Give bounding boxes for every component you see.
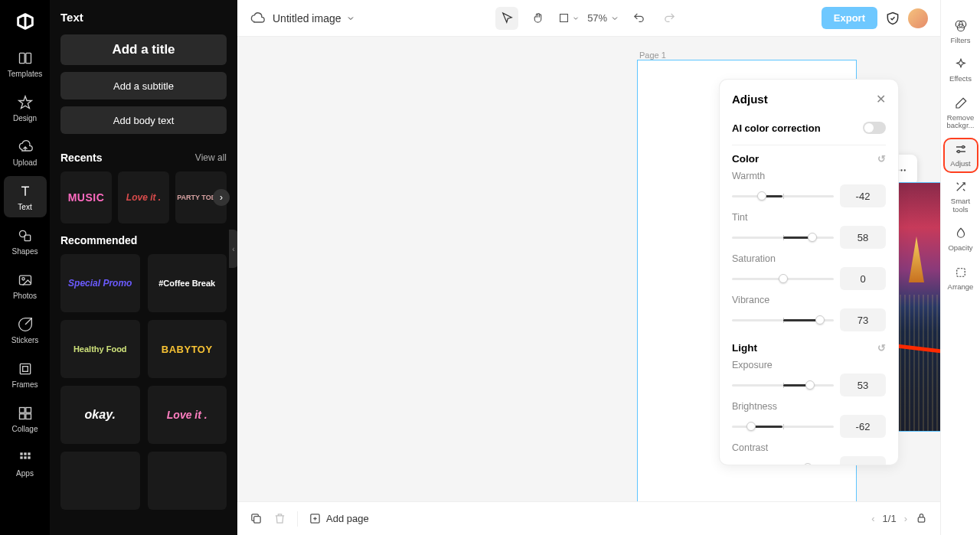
project-name[interactable]: Untitled image bbox=[273, 12, 355, 24]
nav-apps[interactable]: Apps bbox=[4, 442, 47, 484]
color-slider-value[interactable]: 58 bbox=[840, 226, 886, 249]
nav-stickers[interactable]: Stickers bbox=[4, 309, 47, 351]
add-page-button[interactable]: Add page bbox=[309, 512, 369, 525]
select-tool[interactable] bbox=[495, 7, 518, 30]
shield-icon[interactable] bbox=[885, 11, 900, 26]
color-slider-slider[interactable] bbox=[732, 195, 834, 197]
left-panel: Text Add a title Add a subtitle Add body… bbox=[50, 0, 237, 535]
recommended-item[interactable]: #Coffee Break bbox=[148, 254, 227, 312]
add-body-button[interactable]: Add body text bbox=[60, 106, 227, 134]
nav-label: Templates bbox=[8, 70, 43, 78]
eraser-icon bbox=[953, 96, 969, 111]
nav-collage[interactable]: Collage bbox=[4, 398, 47, 439]
resize-tool[interactable] bbox=[557, 7, 580, 30]
canvas-area: Page 1 ↻ bbox=[237, 37, 940, 501]
delete-page-button[interactable] bbox=[273, 512, 286, 525]
light-group-title: Light bbox=[732, 342, 757, 354]
nav-label: Collage bbox=[12, 425, 38, 433]
light-slider-value[interactable]: 53 bbox=[840, 374, 886, 396]
svg-rect-17 bbox=[28, 456, 30, 458]
prev-page-button[interactable]: ‹ bbox=[871, 513, 874, 524]
recommended-item[interactable]: Special Promo bbox=[60, 254, 140, 312]
recents-next-button[interactable]: › bbox=[213, 189, 230, 206]
add-subtitle-button[interactable]: Add a subtitle bbox=[60, 72, 227, 99]
rail-filters[interactable]: Filters bbox=[944, 14, 978, 51]
rail-effects[interactable]: Effects bbox=[944, 52, 978, 89]
light-slider-slider[interactable] bbox=[732, 426, 834, 428]
recent-item[interactable]: MUSIC bbox=[60, 171, 112, 223]
recommended-item[interactable]: Love it . bbox=[148, 386, 227, 444]
duplicate-page-button[interactable] bbox=[250, 512, 263, 525]
rail-arrange[interactable]: Arrange bbox=[944, 260, 978, 297]
reset-color-button[interactable]: ↺ bbox=[877, 153, 886, 165]
far-left-nav: Templates Design Upload Text Shapes Phot… bbox=[0, 0, 50, 535]
svg-rect-11 bbox=[25, 413, 31, 419]
nav-label: Shapes bbox=[12, 247, 38, 256]
color-slider-value[interactable]: -42 bbox=[840, 184, 886, 207]
nav-text[interactable]: Text bbox=[4, 176, 47, 217]
color-slider-value[interactable]: 0 bbox=[840, 267, 886, 290]
panel-title: Text bbox=[60, 11, 227, 24]
redo-button[interactable] bbox=[658, 7, 681, 30]
color-slider-value[interactable]: 73 bbox=[840, 308, 886, 331]
text-icon bbox=[17, 183, 34, 200]
zoom-dropdown[interactable]: 57% bbox=[587, 12, 619, 24]
recommended-item[interactable] bbox=[60, 452, 140, 510]
svg-rect-7 bbox=[22, 366, 28, 371]
rail-adjust[interactable]: Adjust bbox=[943, 138, 978, 173]
hand-tool[interactable] bbox=[526, 7, 549, 30]
apps-icon bbox=[17, 449, 34, 466]
svg-rect-28 bbox=[918, 517, 925, 521]
recommended-item[interactable]: Healthy Food bbox=[60, 320, 140, 378]
stickers-icon bbox=[17, 316, 34, 333]
app-logo[interactable] bbox=[13, 9, 38, 34]
recent-item[interactable]: Love it . bbox=[118, 171, 169, 223]
color-slider-label: Vibrance bbox=[732, 295, 886, 305]
lock-button[interactable] bbox=[915, 511, 928, 527]
avatar[interactable] bbox=[908, 8, 928, 28]
panel-collapse-button[interactable]: ‹ bbox=[229, 230, 237, 268]
shapes-icon bbox=[17, 227, 34, 244]
magic-icon bbox=[953, 179, 969, 194]
light-slider-slider[interactable] bbox=[732, 384, 834, 387]
nav-design[interactable]: Design bbox=[4, 87, 47, 129]
recommended-item[interactable]: okay. bbox=[60, 386, 140, 444]
svg-rect-13 bbox=[24, 452, 26, 455]
light-slider-label: Brightness bbox=[732, 401, 886, 412]
svg-point-5 bbox=[21, 277, 24, 279]
recommended-item[interactable]: BABYTOY bbox=[148, 320, 227, 378]
ai-color-toggle[interactable] bbox=[863, 122, 886, 134]
nav-shapes[interactable]: Shapes bbox=[4, 220, 47, 262]
color-slider-slider[interactable] bbox=[732, 237, 834, 239]
light-slider-value[interactable]: 49 bbox=[840, 456, 886, 465]
recommended-item[interactable] bbox=[148, 452, 227, 510]
svg-rect-15 bbox=[20, 456, 22, 458]
rail-opacity[interactable]: Opacity bbox=[944, 221, 978, 258]
add-title-button[interactable]: Add a title bbox=[60, 34, 227, 65]
svg-rect-12 bbox=[20, 452, 22, 455]
recommended-title: Recommended bbox=[60, 234, 137, 246]
undo-button[interactable] bbox=[627, 7, 650, 30]
reset-light-button[interactable]: ↺ bbox=[877, 342, 886, 354]
nav-label: Text bbox=[18, 203, 31, 211]
nav-templates[interactable]: Templates bbox=[4, 43, 47, 84]
cloud-icon[interactable] bbox=[250, 11, 265, 26]
color-slider-slider[interactable] bbox=[732, 319, 834, 321]
ai-color-label: AI color correction bbox=[732, 122, 821, 134]
close-button[interactable]: ✕ bbox=[876, 92, 886, 106]
topbar: Untitled image 57% Export bbox=[237, 0, 940, 37]
rail-remove-bg[interactable]: Remove backgr... bbox=[944, 91, 978, 136]
view-all-link[interactable]: View all bbox=[195, 152, 227, 163]
rail-smart-tools[interactable]: Smart tools bbox=[944, 175, 978, 220]
next-page-button[interactable]: › bbox=[904, 513, 907, 524]
nav-upload[interactable]: Upload bbox=[4, 132, 47, 173]
effects-icon bbox=[953, 57, 969, 72]
light-slider-label: Exposure bbox=[732, 360, 886, 370]
bottombar: Add page ‹ 1/1 › bbox=[237, 501, 940, 535]
nav-frames[interactable]: Frames bbox=[4, 354, 47, 395]
page-indicator: 1/1 bbox=[883, 513, 897, 524]
export-button[interactable]: Export bbox=[822, 7, 877, 29]
color-slider-slider[interactable] bbox=[732, 278, 834, 280]
light-slider-value[interactable]: -62 bbox=[840, 415, 886, 438]
nav-photos[interactable]: Photos bbox=[4, 265, 47, 306]
